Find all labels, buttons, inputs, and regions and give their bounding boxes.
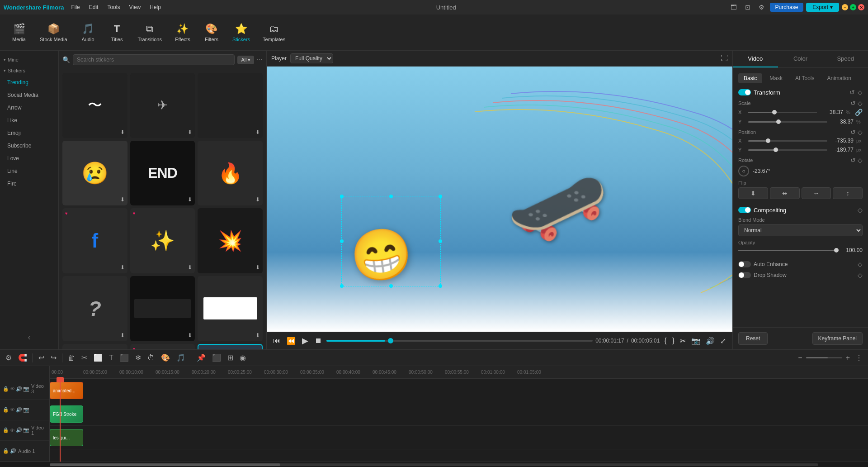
toolbar-transitions[interactable]: ⧉ Transitions bbox=[132, 20, 168, 45]
toolbar-audio[interactable]: 🎵 Audio bbox=[74, 20, 103, 45]
freeze-button[interactable]: ❄ bbox=[133, 353, 143, 363]
list-item[interactable]: ⬇ bbox=[198, 276, 263, 341]
transform-toggle[interactable] bbox=[738, 89, 751, 95]
menu-tools[interactable]: Tools bbox=[104, 3, 123, 11]
rotate-reset-icon[interactable]: ↺ bbox=[850, 157, 856, 164]
quality-select[interactable]: Full Quality bbox=[290, 53, 333, 63]
transition-button[interactable]: ⬛ bbox=[210, 353, 223, 363]
position-reset-icon[interactable]: ↺ bbox=[850, 129, 856, 136]
toolbar-effects[interactable]: ✨ Effects bbox=[168, 20, 197, 45]
text-button[interactable]: T bbox=[107, 353, 115, 363]
sidebar-item-subscribe[interactable]: Subscribe bbox=[2, 140, 57, 152]
position-keyframe-icon[interactable]: ◇ bbox=[858, 129, 863, 136]
handle-top-middle[interactable] bbox=[389, 195, 393, 198]
track-audio-mute-icon[interactable]: 🔊 bbox=[10, 448, 16, 454]
list-item[interactable]: ♥ f ⬇ bbox=[62, 208, 127, 273]
undo-button[interactable]: ↩ bbox=[37, 353, 46, 363]
track-visibility-icon-2[interactable]: 👁 bbox=[10, 407, 15, 413]
list-item[interactable]: ✈ ⬇ bbox=[130, 73, 195, 138]
handle-bottom-middle[interactable] bbox=[389, 284, 393, 288]
clip-les-guide[interactable]: les gui... bbox=[50, 429, 83, 446]
speed-button[interactable]: ⏱ bbox=[146, 353, 156, 363]
window-maximize-button[interactable]: ＋ bbox=[850, 4, 856, 10]
clip-fgb-stroke[interactable]: FGB Stroke bbox=[50, 405, 83, 423]
track-camera-icon-3[interactable]: 📷 bbox=[23, 427, 29, 433]
menu-view[interactable]: View bbox=[125, 3, 144, 11]
cut-button[interactable]: ✂ bbox=[80, 353, 89, 363]
flip-horizontal-button[interactable]: ⬍ bbox=[738, 187, 768, 199]
sidebar-section-mine[interactable]: ▾ Mine bbox=[0, 54, 58, 65]
screencap-icon[interactable]: ⊡ bbox=[742, 3, 753, 12]
search-input[interactable] bbox=[73, 54, 235, 65]
track-visibility-icon[interactable]: 👁 bbox=[10, 386, 15, 392]
compositing-keyframe-icon[interactable]: ◇ bbox=[858, 206, 863, 214]
track-camera-icon[interactable]: 📷 bbox=[23, 386, 29, 392]
handle-top-left[interactable] bbox=[340, 195, 344, 198]
sidebar-item-emoji[interactable]: Emoji bbox=[2, 127, 57, 139]
in-point-button[interactable]: { bbox=[662, 336, 668, 346]
clip-animated[interactable]: animated... bbox=[50, 382, 83, 399]
delete-button[interactable]: 🗑 bbox=[66, 353, 77, 363]
timeline-snap-button[interactable]: 🧲 bbox=[16, 353, 29, 363]
zoom-out-button[interactable]: − bbox=[796, 353, 804, 363]
preview-expand-button[interactable]: ⛶ bbox=[721, 54, 728, 62]
settings-icon[interactable]: ⚙ bbox=[756, 3, 767, 12]
list-item[interactable]: ? ⬇ bbox=[62, 276, 127, 341]
scale-y-slider[interactable] bbox=[748, 121, 827, 123]
window-close-button[interactable]: ✕ bbox=[858, 4, 864, 10]
list-item[interactable]: 〜 ⬇ bbox=[62, 73, 127, 138]
window-minimize-button[interactable]: － bbox=[842, 4, 848, 10]
sidebar-item-trending[interactable]: Trending bbox=[2, 76, 57, 88]
list-item[interactable]: ⬇ bbox=[198, 73, 263, 138]
timeline-settings-button[interactable]: ⚙ bbox=[4, 353, 14, 363]
toolbar-templates[interactable]: 🗂 Templates bbox=[256, 20, 292, 45]
list-item[interactable]: 😢 ⬇ bbox=[62, 141, 127, 206]
transform-keyframe-icon[interactable]: ◇ bbox=[858, 89, 863, 96]
handle-bottom-left[interactable] bbox=[340, 284, 344, 288]
reset-button[interactable]: Reset bbox=[738, 332, 768, 345]
drop-shadow-settings-icon[interactable]: ◇ bbox=[858, 272, 863, 279]
track-camera-icon-2[interactable]: 📷 bbox=[23, 407, 29, 413]
more-options-button[interactable]: ⋮ bbox=[854, 353, 864, 363]
keyframe-panel-button[interactable]: Keyframe Panel bbox=[812, 332, 863, 345]
sub-tab-animation[interactable]: Animation bbox=[821, 73, 856, 83]
menu-help[interactable]: Help bbox=[146, 3, 165, 11]
toolbar-stock-media[interactable]: 📦 Stock Media bbox=[33, 20, 74, 45]
sub-tab-basic[interactable]: Basic bbox=[738, 73, 762, 83]
list-item[interactable]: ⬇ bbox=[130, 276, 195, 341]
export-button[interactable]: Export ▾ bbox=[806, 3, 839, 12]
list-item[interactable]: END ⬇ bbox=[130, 141, 195, 206]
color-button[interactable]: 🎨 bbox=[159, 353, 172, 363]
list-item[interactable]: 😁 bbox=[198, 344, 263, 349]
play-button[interactable]: ▶ bbox=[300, 335, 310, 347]
menu-edit[interactable]: Edit bbox=[85, 3, 102, 11]
minimize-icon[interactable]: 🗔 bbox=[728, 3, 740, 12]
scale-link-icon[interactable]: 🔗 bbox=[855, 109, 863, 116]
tab-color[interactable]: Color bbox=[778, 51, 823, 67]
sidebar-section-stickers[interactable]: ▾ Stickers bbox=[0, 65, 58, 76]
volume-button[interactable]: 🔊 bbox=[704, 336, 717, 346]
track-visibility-icon-3[interactable]: 👁 bbox=[10, 427, 15, 433]
group-button[interactable]: ⊞ bbox=[226, 353, 235, 363]
list-item[interactable]: 💥 ⬇ bbox=[198, 208, 263, 273]
more-options-icon[interactable]: ··· bbox=[257, 56, 263, 64]
menu-file[interactable]: File bbox=[67, 3, 83, 11]
scale-keyframe-icon[interactable]: ◇ bbox=[858, 100, 863, 107]
blend-mode-select[interactable]: Normal Multiply Screen Overlay bbox=[738, 224, 863, 236]
sidebar-item-fire[interactable]: Fire bbox=[2, 178, 57, 190]
sub-tab-ai-tools[interactable]: AI Tools bbox=[790, 73, 820, 83]
handle-middle-left[interactable] bbox=[340, 239, 344, 243]
frame-forward-button[interactable]: ⏹ bbox=[313, 336, 324, 346]
scroll-track[interactable] bbox=[50, 463, 818, 466]
zoom-in-button[interactable]: + bbox=[844, 353, 852, 363]
track-audio-lock-icon[interactable]: 🔒 bbox=[3, 448, 9, 454]
purchase-button[interactable]: Purchase bbox=[770, 3, 804, 12]
position-x-slider[interactable] bbox=[748, 140, 827, 142]
transform-reset-icon[interactable]: ↺ bbox=[849, 89, 855, 96]
list-item[interactable]: ♥ ✨ ⬇ bbox=[130, 208, 195, 273]
sidebar-item-social-media[interactable]: Social Media bbox=[2, 89, 57, 101]
flip-btn-3[interactable]: ↔ bbox=[802, 187, 831, 199]
opacity-slider[interactable] bbox=[738, 250, 836, 251]
auto-enhance-toggle[interactable] bbox=[738, 261, 751, 267]
screenshot-button[interactable]: 📷 bbox=[689, 336, 702, 346]
